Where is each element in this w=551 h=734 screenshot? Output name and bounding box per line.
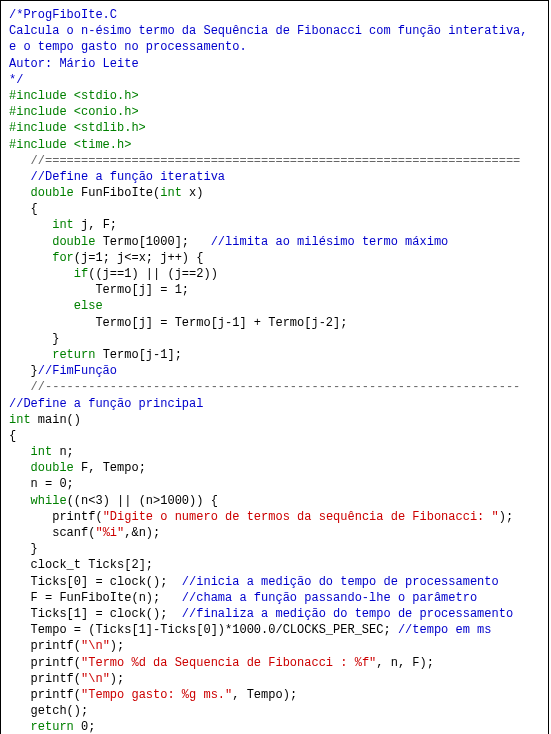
code-token: (j=1; j<=x; j++) { bbox=[74, 251, 204, 265]
code-token: "\n" bbox=[81, 639, 110, 653]
code-line: #include <stdlib.h> bbox=[9, 120, 540, 136]
code-token: F, Tempo; bbox=[74, 461, 146, 475]
code-line: for(j=1; j<=x; j++) { bbox=[9, 250, 540, 266]
code-token: int bbox=[52, 218, 74, 232]
code-token: "Termo %d da Sequencia de Fibonacci : %f… bbox=[81, 656, 376, 670]
code-token: #include <time.h> bbox=[9, 138, 131, 152]
code-line: //Define a função principal bbox=[9, 396, 540, 412]
code-line: e o tempo gasto no processamento. bbox=[9, 39, 540, 55]
code-line: { bbox=[9, 428, 540, 444]
code-token: int bbox=[31, 445, 53, 459]
code-line: return Termo[j-1]; bbox=[9, 347, 540, 363]
code-token: } bbox=[52, 332, 59, 346]
code-listing: /*ProgFiboIte.CCalcula o n-ésimo termo d… bbox=[0, 0, 549, 734]
code-token: Termo[j] = 1; bbox=[95, 283, 189, 297]
code-token: //Define a função iterativa bbox=[31, 170, 225, 184]
code-token: #include <stdlib.h> bbox=[9, 121, 146, 135]
code-token: //======================================… bbox=[31, 154, 521, 168]
code-line: scanf("%i",&n); bbox=[9, 525, 540, 541]
code-line: printf("Termo %d da Sequencia de Fibonac… bbox=[9, 655, 540, 671]
code-token: else bbox=[74, 299, 103, 313]
code-token: double bbox=[31, 461, 74, 475]
code-line: #include <conio.h> bbox=[9, 104, 540, 120]
code-line: Termo[j] = 1; bbox=[9, 282, 540, 298]
code-token: scanf( bbox=[52, 526, 95, 540]
code-token: printf( bbox=[52, 510, 102, 524]
code-token: //tempo em ms bbox=[398, 623, 492, 637]
code-token: { bbox=[31, 202, 38, 216]
code-token: Termo[1000]; bbox=[95, 235, 210, 249]
code-line: F = FunFiboIte(n); //chama a função pass… bbox=[9, 590, 540, 606]
code-token: x) bbox=[182, 186, 204, 200]
code-token: //finaliza a medição do tempo de process… bbox=[182, 607, 513, 621]
code-token: n; bbox=[52, 445, 74, 459]
code-token: printf( bbox=[31, 688, 81, 702]
code-token: printf( bbox=[31, 656, 81, 670]
code-token: FunFiboIte( bbox=[74, 186, 160, 200]
code-token: double bbox=[52, 235, 95, 249]
code-line: /*ProgFiboIte.C bbox=[9, 7, 540, 23]
code-line: n = 0; bbox=[9, 476, 540, 492]
code-token: return bbox=[52, 348, 95, 362]
code-token: } bbox=[31, 364, 38, 378]
code-token: #include <conio.h> bbox=[9, 105, 139, 119]
code-token: ((j==1) || (j==2)) bbox=[88, 267, 218, 281]
code-token: Ticks[0] = clock(); bbox=[31, 575, 182, 589]
code-token: printf( bbox=[31, 639, 81, 653]
code-token: e o tempo gasto no processamento. bbox=[9, 40, 247, 54]
code-token: Termo[j-1]; bbox=[95, 348, 181, 362]
code-token: ((n<3) || (n>1000)) { bbox=[67, 494, 218, 508]
code-line: Ticks[0] = clock(); //inicia a medição d… bbox=[9, 574, 540, 590]
code-token: double bbox=[31, 186, 74, 200]
code-token: , Tempo); bbox=[232, 688, 297, 702]
code-token: /*ProgFiboIte.C bbox=[9, 8, 117, 22]
code-token: "Digite o numero de termos da sequência … bbox=[103, 510, 499, 524]
code-line: { bbox=[9, 201, 540, 217]
code-token: "Tempo gasto: %g ms." bbox=[81, 688, 232, 702]
code-token: getch(); bbox=[31, 704, 89, 718]
code-line: int j, F; bbox=[9, 217, 540, 233]
code-token: Termo[j] = Termo[j-1] + Termo[j-2]; bbox=[95, 316, 347, 330]
code-token: , n, F); bbox=[376, 656, 434, 670]
code-token: Tempo = (Ticks[1]-Ticks[0])*1000.0/CLOCK… bbox=[31, 623, 398, 637]
code-line: //Define a função iterativa bbox=[9, 169, 540, 185]
code-token: //inicia a medição do tempo de processam… bbox=[182, 575, 499, 589]
code-token: #include <stdio.h> bbox=[9, 89, 139, 103]
code-token: */ bbox=[9, 73, 23, 87]
code-line: if((j==1) || (j==2)) bbox=[9, 266, 540, 282]
code-token: Autor: Mário Leite bbox=[9, 57, 139, 71]
code-line: printf("\n"); bbox=[9, 638, 540, 654]
code-token: printf( bbox=[31, 672, 81, 686]
code-line: printf("Digite o numero de termos da seq… bbox=[9, 509, 540, 525]
code-token: int bbox=[160, 186, 182, 200]
code-line: */ bbox=[9, 72, 540, 88]
code-line: int main() bbox=[9, 412, 540, 428]
code-token: 0; bbox=[74, 720, 96, 734]
code-token: //limita ao milésimo termo máximo bbox=[211, 235, 449, 249]
code-token: Ticks[1] = clock(); bbox=[31, 607, 182, 621]
code-line: else bbox=[9, 298, 540, 314]
code-token: ); bbox=[110, 672, 124, 686]
code-token: ); bbox=[110, 639, 124, 653]
code-token: } bbox=[31, 542, 38, 556]
code-token: if bbox=[74, 267, 88, 281]
code-line: clock_t Ticks[2]; bbox=[9, 557, 540, 573]
code-token: //chama a função passando-lhe o parâmetr… bbox=[182, 591, 477, 605]
code-token: "\n" bbox=[81, 672, 110, 686]
code-line: Termo[j] = Termo[j-1] + Termo[j-2]; bbox=[9, 315, 540, 331]
code-line: int n; bbox=[9, 444, 540, 460]
code-token: j, F; bbox=[74, 218, 117, 232]
code-token: //--------------------------------------… bbox=[31, 380, 521, 394]
code-line: #include <stdio.h> bbox=[9, 88, 540, 104]
code-line: Calcula o n-ésimo termo da Sequência de … bbox=[9, 23, 540, 39]
code-token: ); bbox=[499, 510, 513, 524]
code-token: "%i" bbox=[95, 526, 124, 540]
code-line: //======================================… bbox=[9, 153, 540, 169]
code-token: //FimFunção bbox=[38, 364, 117, 378]
code-line: }//FimFunção bbox=[9, 363, 540, 379]
code-line: double FunFiboIte(int x) bbox=[9, 185, 540, 201]
code-line: Ticks[1] = clock(); //finaliza a medição… bbox=[9, 606, 540, 622]
code-token: { bbox=[9, 429, 16, 443]
code-token: while bbox=[31, 494, 67, 508]
code-line: #include <time.h> bbox=[9, 137, 540, 153]
